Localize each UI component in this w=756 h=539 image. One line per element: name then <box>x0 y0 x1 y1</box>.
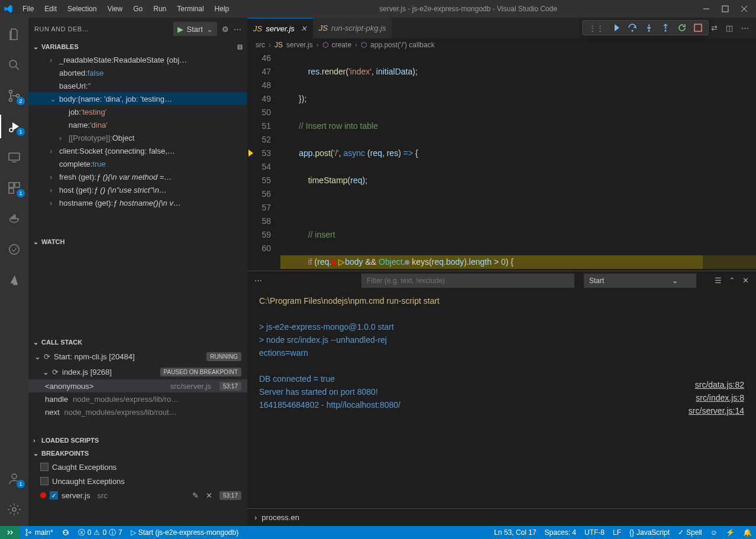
bp-uncaught[interactable]: Uncaught Exceptions <box>28 474 247 488</box>
var-row[interactable]: ›client: Socket {connecting: false,… <box>28 144 247 157</box>
tab-serverjs[interactable]: JSserver.js✕ <box>247 18 313 38</box>
checkbox[interactable]: ✓ <box>50 491 58 499</box>
drag-handle-icon[interactable]: ⋮⋮ <box>589 24 604 33</box>
lang-status[interactable]: {}JavaScript <box>625 528 674 537</box>
var-row[interactable]: complete: true <box>28 157 247 170</box>
var-row[interactable]: baseUrl: '' <box>28 79 247 92</box>
section-variables[interactable]: ⌄ VARIABLES ⊟ <box>28 40 247 53</box>
callstack-thread[interactable]: ⌄⟳index.js [9268]PAUSED ON BREAKPOINT <box>28 364 247 379</box>
menu-run[interactable]: Run <box>148 2 171 15</box>
branch-status[interactable]: main* <box>20 526 57 539</box>
menu-terminal[interactable]: Terminal <box>172 2 208 15</box>
split-icon[interactable]: ◫ <box>726 24 733 33</box>
callstack-label: CALL STACK <box>41 339 82 346</box>
minimap[interactable] <box>703 51 756 271</box>
terminal-links[interactable]: src/data.js:82 src/index.js:8 src/server… <box>689 378 744 417</box>
var-row[interactable]: ›_readableState: ReadableState {obj… <box>28 53 247 66</box>
continue-button[interactable] <box>611 23 621 33</box>
bell-icon[interactable]: 🔔 <box>739 528 756 537</box>
sync-status[interactable] <box>57 526 74 539</box>
menu-go[interactable]: Go <box>128 2 147 15</box>
section-breakpoints[interactable]: ⌄BREAKPOINTS <box>28 447 247 460</box>
section-watch[interactable]: ⌄WATCH <box>28 235 247 248</box>
var-row[interactable]: ›hostname (get): ƒ hostname(){\n v… <box>28 196 247 209</box>
menu-view[interactable]: View <box>102 2 127 15</box>
var-row[interactable]: ›[[Prototype]]: Object <box>28 131 247 144</box>
activity-explorer[interactable] <box>0 22 28 46</box>
spaces-status[interactable]: Spaces: 4 <box>541 528 580 537</box>
section-loaded[interactable]: ›LOADED SCRIPTS <box>28 434 247 447</box>
tab-runscript[interactable]: JSrun-script-pkg.js <box>313 18 392 38</box>
activity-debug[interactable]: 1 <box>0 115 28 138</box>
debug-status[interactable]: ▷Start (js-e2e-express-mongodb) <box>127 526 243 539</box>
svg-point-1 <box>9 60 17 67</box>
tree-view-icon[interactable]: ☰ <box>715 276 722 285</box>
terminal-output[interactable]: C:\Program Files\nodejs\npm.cmd run-scri… <box>247 290 756 508</box>
more-icon[interactable]: ⋯ <box>234 25 241 34</box>
eol-status[interactable]: LF <box>609 528 625 537</box>
var-row[interactable]: ⌄body: {name: 'dina', job: 'testing… <box>28 92 247 105</box>
activity-remote[interactable] <box>0 145 28 169</box>
breadcrumb[interactable]: src› JSserver.js› ⬡create› ⬡app.post('/'… <box>247 38 756 51</box>
activity-accounts[interactable]: 1 <box>0 467 28 491</box>
step-into-button[interactable] <box>644 23 654 33</box>
step-out-button[interactable] <box>661 23 670 33</box>
activity-search[interactable] <box>0 53 28 77</box>
filter-input[interactable] <box>361 274 574 288</box>
activity-scm[interactable]: 2 <box>0 84 28 108</box>
stack-frame[interactable]: nextnode_modules/express/lib/rout… <box>28 405 247 418</box>
checkbox[interactable] <box>40 477 49 485</box>
menu-selection[interactable]: Selection <box>63 2 101 15</box>
restart-button[interactable] <box>677 23 687 33</box>
callstack-session[interactable]: ⌄⟳Start: npm-cli.js [20484]RUNNING <box>28 349 247 364</box>
activity-testing[interactable] <box>0 238 28 261</box>
prettier-icon[interactable]: ⚡ <box>722 528 739 537</box>
bp-caught[interactable]: Caught Exceptions <box>28 460 247 474</box>
var-row[interactable]: name: 'dina' <box>28 118 247 131</box>
menu-file[interactable]: File <box>18 2 38 15</box>
debug-repl[interactable]: ›process.en <box>247 508 756 526</box>
close-icon[interactable]: ✕ <box>301 24 307 33</box>
play-icon[interactable]: ▶ <box>174 25 187 34</box>
stack-frame[interactable]: <anonymous>src/server.js53:17 <box>28 379 247 392</box>
stack-frame[interactable]: handlenode_modules/express/lib/ro… <box>28 392 247 405</box>
code-content[interactable]: res.render('index', initialData); }); //… <box>280 51 756 271</box>
chevron-down-icon[interactable]: ⌄ <box>203 25 217 34</box>
close-icon[interactable]: ✕ <box>206 491 212 500</box>
stop-button[interactable] <box>694 24 702 32</box>
compare-icon[interactable]: ⇄ <box>711 24 718 33</box>
cursor-pos[interactable]: Ln 53, Col 17 <box>490 528 540 537</box>
maximize-icon[interactable] <box>722 5 729 12</box>
section-callstack[interactable]: ⌄CALL STACK <box>28 336 247 349</box>
close-icon[interactable]: ✕ <box>742 276 749 285</box>
activity-docker[interactable] <box>0 207 28 230</box>
activity-azure[interactable] <box>0 268 28 292</box>
close-icon[interactable] <box>741 5 748 12</box>
expand-icon[interactable]: ⌃ <box>729 276 735 285</box>
gear-icon[interactable]: ⚙ <box>222 25 229 34</box>
menu-help[interactable]: Help <box>210 2 234 15</box>
var-row[interactable]: ›fresh (get): ƒ (){\n var method =… <box>28 170 247 183</box>
more-icon[interactable]: ⋯ <box>741 24 749 33</box>
bp-file[interactable]: ✓server.jssrc✎✕53:17 <box>28 488 247 502</box>
var-row[interactable]: job: 'testing' <box>28 105 247 118</box>
code-editor[interactable]: 46474849505152 53 54555657585960 res.ren… <box>247 51 756 271</box>
activity-settings[interactable] <box>0 498 28 521</box>
session-select[interactable]: Start⌄ <box>584 274 696 288</box>
collapse-icon[interactable]: ⊟ <box>237 43 243 51</box>
minimize-icon[interactable] <box>703 5 710 12</box>
edit-icon[interactable]: ✎ <box>192 491 199 500</box>
checkbox[interactable] <box>40 463 49 471</box>
spell-status[interactable]: ✓Spell <box>674 528 706 537</box>
encoding-status[interactable]: UTF-8 <box>580 528 609 537</box>
step-over-button[interactable] <box>628 23 637 33</box>
var-row[interactable]: ›host (get): ƒ () {\n"use strict"\n… <box>28 183 247 196</box>
var-row[interactable]: aborted: false <box>28 66 247 79</box>
run-config-select[interactable]: ▶ Start ⌄ <box>173 22 217 36</box>
remote-button[interactable] <box>0 526 20 539</box>
activity-extensions[interactable]: 1 <box>0 176 28 200</box>
feedback-icon[interactable]: ☺ <box>706 528 722 537</box>
more-icon[interactable]: ⋯ <box>254 276 262 285</box>
errors-status[interactable]: ⓧ0⚠0ⓘ7 <box>74 526 127 539</box>
menu-edit[interactable]: Edit <box>40 2 62 15</box>
